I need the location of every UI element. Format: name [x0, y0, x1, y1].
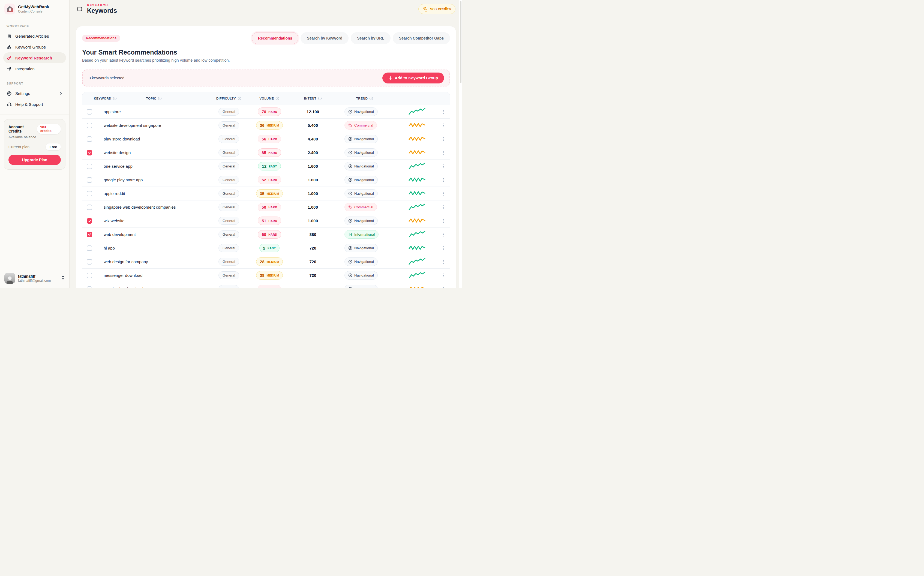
- row-checkbox[interactable]: [87, 259, 92, 264]
- row-checkbox[interactable]: [87, 164, 92, 169]
- chevron-updown-icon[interactable]: [61, 275, 65, 281]
- row-checkbox[interactable]: [87, 218, 92, 224]
- table-row[interactable]: one service app General 12EASY 1.600 Nav…: [82, 159, 450, 173]
- row-checkbox[interactable]: [87, 205, 92, 210]
- topic-badge: General: [219, 258, 239, 266]
- row-menu-kebab-icon[interactable]: [440, 244, 448, 252]
- keyword-cell: singapore web development companies: [104, 205, 176, 210]
- scrollbar-thumb[interactable]: [460, 1, 462, 83]
- user-menu[interactable]: fathinafiff fathinafiff@gmail.com: [0, 268, 69, 288]
- table-row[interactable]: website development singapore General 36…: [82, 118, 450, 132]
- row-checkbox[interactable]: [87, 191, 92, 196]
- table-row[interactable]: wix website General 51HARD 1.000 Navigat…: [82, 214, 450, 227]
- difficulty-score: 12: [262, 164, 267, 168]
- difficulty-score: 50: [262, 205, 266, 210]
- table-row[interactable]: app store General 70HARD 12.100 Navigati…: [82, 105, 450, 118]
- keyword-cell: web development: [104, 232, 136, 237]
- row-checkbox[interactable]: [87, 245, 92, 251]
- sidebar-item-integration[interactable]: Integration: [3, 63, 66, 74]
- page-title: Keywords: [87, 7, 117, 14]
- compass-icon: [348, 137, 352, 141]
- add-to-keyword-group-button[interactable]: Add to Keyword Group: [382, 72, 444, 83]
- row-menu-kebab-icon[interactable]: [440, 285, 448, 288]
- table-row[interactable]: apple reddit General 35MEDIUM 1.000 Navi…: [82, 187, 450, 200]
- table-row[interactable]: messenger download General 38MEDIUM 720 …: [82, 268, 450, 282]
- table-row[interactable]: google play store app General 52HARD 1.6…: [82, 173, 450, 187]
- info-icon[interactable]: [158, 96, 162, 100]
- row-menu-kebab-icon[interactable]: [440, 258, 448, 266]
- sidebar-item-label: Keyword Research: [15, 56, 52, 60]
- row-menu-kebab-icon[interactable]: [440, 108, 448, 116]
- sidebar-item-label: Generated Articles: [15, 34, 49, 38]
- intent-label: Navigational: [354, 219, 374, 223]
- table-row[interactable]: web design for company General 28MEDIUM …: [82, 255, 450, 268]
- sidebar-item-keyword-groups[interactable]: Keyword Groups: [3, 42, 66, 52]
- app-logo-icon: [4, 3, 15, 14]
- table-row[interactable]: web development General 60HARD 880 Infor…: [82, 227, 450, 241]
- row-menu-kebab-icon[interactable]: [440, 272, 448, 279]
- sidebar-item-generated-articles[interactable]: Generated Articles: [3, 30, 66, 42]
- tab-recommendations[interactable]: Recommendations: [252, 32, 298, 44]
- tab-search-competitor-gaps[interactable]: Search Competitor Gaps: [393, 32, 450, 44]
- trend-sparkline: [409, 149, 425, 156]
- difficulty-score: 35: [260, 191, 265, 196]
- row-checkbox[interactable]: [87, 136, 92, 142]
- intent-badge: Navigational: [344, 216, 378, 225]
- scrollbar[interactable]: [459, 0, 462, 288]
- row-checkbox[interactable]: [87, 150, 92, 155]
- row-menu-kebab-icon[interactable]: [440, 203, 448, 211]
- row-checkbox[interactable]: [87, 123, 92, 128]
- table-row[interactable]: singapore web development companies Gene…: [82, 200, 450, 214]
- sidebar-item-settings[interactable]: Settings: [3, 88, 66, 99]
- column-header-trend: Trend: [333, 96, 396, 100]
- intent-badge: Informational: [344, 230, 379, 238]
- info-icon[interactable]: [275, 96, 279, 100]
- row-menu-kebab-icon[interactable]: [440, 122, 448, 129]
- card-title: Your Smart Recommendations: [82, 48, 450, 56]
- row-checkbox[interactable]: [87, 286, 92, 288]
- intent-label: Commercial: [354, 123, 373, 127]
- row-menu-kebab-icon[interactable]: [440, 217, 448, 225]
- info-icon[interactable]: [369, 96, 373, 100]
- app-subtitle: Content Console: [18, 10, 49, 13]
- sidebar-toggle-icon[interactable]: [76, 5, 83, 13]
- main-area: RESEARCH Keywords 983 credits Recommenda…: [70, 0, 462, 288]
- keyword-cell: play store download: [104, 137, 140, 141]
- row-menu-kebab-icon[interactable]: [440, 176, 448, 184]
- table-row[interactable]: website design General 85HARD 2.400 Navi…: [82, 146, 450, 159]
- account-credits-title: Account Credits: [8, 125, 37, 133]
- row-menu-kebab-icon[interactable]: [440, 190, 448, 197]
- intent-badge: Commercial: [344, 203, 377, 211]
- row-checkbox[interactable]: [87, 109, 92, 115]
- difficulty-level: MEDIUM: [267, 260, 279, 264]
- app-logo-row: GetMyWebRank Content Console: [0, 0, 69, 18]
- sidebar-item-help-support[interactable]: Help & Support: [3, 99, 66, 110]
- trend-sparkline: [409, 122, 425, 129]
- table-row[interactable]: google play download General 51HARD 720 …: [82, 282, 450, 288]
- difficulty-level: EASY: [269, 165, 277, 168]
- row-menu-kebab-icon[interactable]: [440, 135, 448, 143]
- row-menu-kebab-icon[interactable]: [440, 163, 448, 170]
- row-checkbox[interactable]: [87, 232, 92, 237]
- topic-badge: General: [219, 217, 239, 225]
- credits-badge[interactable]: 983 credits: [418, 4, 456, 14]
- tab-search-by-keyword[interactable]: Search by Keyword: [301, 32, 348, 44]
- table-row[interactable]: hi app General 2EASY 720 Navigational: [82, 241, 450, 255]
- table-row[interactable]: play store download General 56HARD 4.400…: [82, 132, 450, 146]
- sidebar-item-keyword-research[interactable]: Keyword Research: [3, 52, 66, 63]
- row-menu-kebab-icon[interactable]: [440, 231, 448, 238]
- upgrade-plan-button[interactable]: Upgrade Plan: [8, 155, 61, 165]
- info-icon[interactable]: [318, 96, 322, 100]
- info-icon[interactable]: [238, 96, 241, 100]
- row-checkbox[interactable]: [87, 273, 92, 278]
- tab-search-by-url[interactable]: Search by URL: [351, 32, 390, 44]
- volume-cell: 880: [309, 232, 316, 237]
- compass-icon: [348, 260, 352, 264]
- difficulty-score: 85: [262, 150, 266, 155]
- trend-sparkline: [409, 217, 425, 224]
- row-checkbox[interactable]: [87, 177, 92, 183]
- account-credits-card: Account Credits 983 credits Available ba…: [4, 119, 66, 170]
- row-menu-kebab-icon[interactable]: [440, 149, 448, 157]
- intent-label: Navigational: [354, 246, 374, 250]
- user-email: fathinafiff@gmail.com: [18, 279, 51, 283]
